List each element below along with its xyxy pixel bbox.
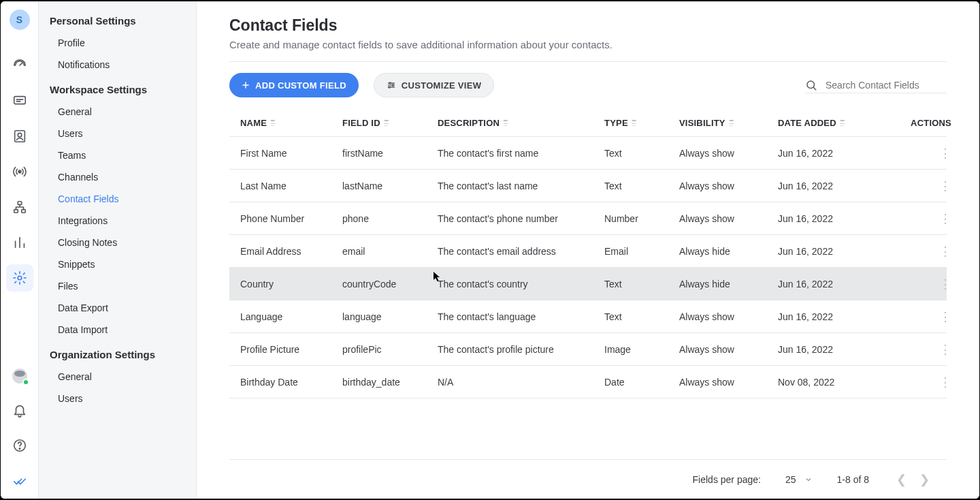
workflow-icon[interactable]: [6, 193, 33, 221]
sidebar-item-users[interactable]: Users: [50, 388, 188, 409]
row-actions-menu[interactable]: ⋮: [939, 342, 951, 357]
sidebar-item-files[interactable]: Files: [50, 275, 188, 297]
reports-icon[interactable]: [6, 229, 33, 256]
settings-sidebar: Personal Settings ProfileNotifications W…: [39, 1, 197, 499]
sidebar-item-data-import[interactable]: Data Import: [50, 319, 188, 341]
sidebar-item-users[interactable]: Users: [50, 123, 188, 144]
divider: [229, 61, 947, 62]
sidebar-item-data-export[interactable]: Data Export: [50, 297, 188, 319]
column-actions: ACTIONS: [890, 118, 958, 128]
svg-point-11: [392, 84, 393, 86]
column-description[interactable]: DESCRIPTION━──: [438, 118, 604, 128]
svg-point-2: [18, 133, 22, 137]
sidebar-item-integrations[interactable]: Integrations: [50, 210, 188, 232]
settings-icon[interactable]: [6, 264, 33, 292]
pager-next[interactable]: ❯: [913, 472, 936, 487]
table-row[interactable]: Last NamelastNameThe contact's last name…: [229, 170, 947, 202]
svg-point-10: [389, 82, 391, 84]
svg-point-12: [389, 87, 390, 88]
row-actions-menu[interactable]: ⋮: [939, 146, 951, 161]
sort-icon: ━──: [632, 119, 637, 127]
dashboard-icon[interactable]: [6, 52, 33, 79]
sort-icon: ━──: [271, 119, 276, 127]
table-row[interactable]: Birthday Datebirthday_dateN/ADateAlways …: [229, 366, 947, 399]
double-check-icon[interactable]: [6, 467, 33, 495]
per-page-value: 25: [785, 474, 796, 485]
column-visibility[interactable]: VISIBILITY━──: [679, 118, 778, 128]
page-title: Contact Fields: [229, 16, 947, 35]
sidebar-item-closing-notes[interactable]: Closing Notes: [50, 232, 188, 253]
notifications-icon[interactable]: [6, 396, 33, 424]
page-subtitle: Create and manage contact fields to save…: [229, 39, 947, 50]
sidebar-section-org: Organization Settings: [50, 349, 188, 360]
sidebar-section-workspace: Workspace Settings: [50, 84, 188, 95]
customize-view-button[interactable]: CUSTOMIZE VIEW: [374, 73, 494, 97]
fields-table: NAME━──FIELD ID━──DESCRIPTION━──TYPE━──V…: [229, 110, 947, 399]
sidebar-item-general[interactable]: General: [50, 366, 188, 388]
table-row[interactable]: Email AddressemailThe contact's email ad…: [229, 235, 947, 268]
broadcast-icon[interactable]: [6, 158, 33, 185]
pager: Fields per page: 25 1-8 of 8 ❮ ❯: [229, 459, 947, 499]
sort-icon: ━──: [730, 119, 734, 127]
search-input[interactable]: [824, 79, 947, 91]
chevron-down-icon: [804, 475, 813, 484]
column-date-added[interactable]: DATE ADDED━──: [778, 118, 890, 128]
per-page-select[interactable]: 25: [785, 474, 813, 485]
sidebar-item-general[interactable]: General: [50, 101, 188, 123]
sidebar-item-notifications[interactable]: Notifications: [50, 54, 188, 76]
pager-range: 1-8 of 8: [837, 474, 869, 485]
table-row[interactable]: Profile PictureprofilePicThe contact's p…: [229, 333, 947, 366]
sidebar-item-channels[interactable]: Channels: [50, 166, 188, 188]
table-row[interactable]: LanguagelanguageThe contact's languageTe…: [229, 300, 947, 333]
contacts-icon[interactable]: [6, 123, 33, 150]
row-actions-menu[interactable]: ⋮: [939, 211, 951, 226]
customize-view-label: CUSTOMIZE VIEW: [402, 80, 481, 91]
column-type[interactable]: TYPE━──: [604, 118, 679, 128]
messages-icon[interactable]: [6, 87, 33, 114]
nav-rail: S: [1, 1, 39, 499]
search-icon: [805, 79, 817, 91]
sort-icon: ━──: [840, 119, 845, 127]
help-icon[interactable]: [6, 432, 33, 459]
row-actions-menu[interactable]: ⋮: [939, 277, 951, 292]
sort-icon: ━──: [504, 119, 508, 127]
sidebar-item-snippets[interactable]: Snippets: [50, 253, 188, 275]
avatar[interactable]: S: [10, 10, 30, 30]
agent-status[interactable]: [6, 362, 33, 390]
table-header: NAME━──FIELD ID━──DESCRIPTION━──TYPE━──V…: [229, 110, 947, 137]
sidebar-item-contact-fields[interactable]: Contact Fields: [50, 188, 188, 210]
svg-point-13: [807, 81, 815, 89]
row-actions-menu[interactable]: ⋮: [939, 178, 951, 193]
svg-point-7: [18, 276, 22, 280]
svg-point-9: [19, 448, 20, 449]
column-name[interactable]: NAME━──: [240, 118, 342, 128]
svg-point-3: [18, 170, 21, 173]
search[interactable]: [805, 78, 947, 93]
sidebar-item-profile[interactable]: Profile: [50, 32, 188, 54]
table-row[interactable]: Phone NumberphoneThe contact's phone num…: [229, 202, 947, 235]
row-actions-menu[interactable]: ⋮: [939, 375, 951, 390]
sort-icon: ━──: [385, 119, 389, 127]
column-field-id[interactable]: FIELD ID━──: [342, 118, 438, 128]
svg-rect-0: [14, 97, 25, 104]
table-row[interactable]: First NamefirstNameThe contact's first n…: [229, 137, 947, 170]
row-actions-menu[interactable]: ⋮: [939, 309, 951, 324]
toolbar: ADD CUSTOM FIELD CUSTOMIZE VIEW: [229, 73, 947, 97]
row-actions-menu[interactable]: ⋮: [939, 244, 951, 259]
pager-prev[interactable]: ❮: [889, 472, 913, 487]
sidebar-item-teams[interactable]: Teams: [50, 144, 188, 166]
main: Contact Fields Create and manage contact…: [197, 1, 979, 499]
per-page-label: Fields per page:: [693, 474, 761, 485]
table-row[interactable]: CountrycountryCodeThe contact's countryT…: [229, 268, 947, 300]
sidebar-section-personal: Personal Settings: [50, 15, 188, 27]
add-custom-field-label: ADD CUSTOM FIELD: [255, 80, 346, 91]
add-custom-field-button[interactable]: ADD CUSTOM FIELD: [229, 73, 359, 97]
